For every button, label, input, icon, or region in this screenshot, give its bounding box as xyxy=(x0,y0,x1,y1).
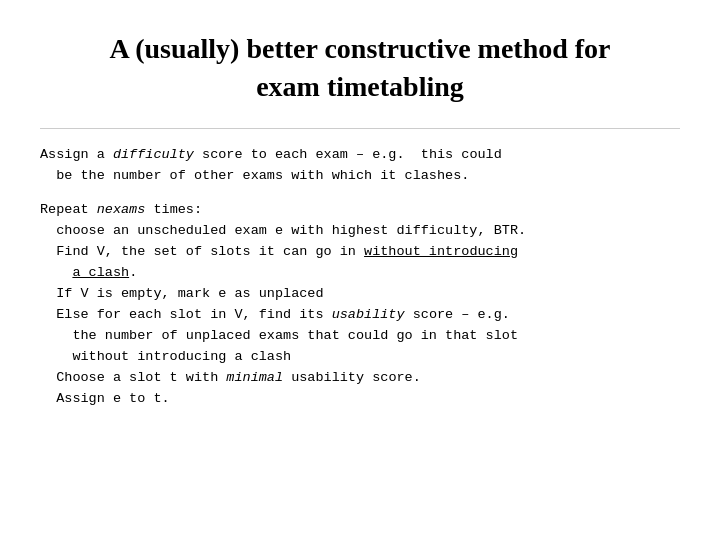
minimal-italic: minimal xyxy=(226,370,283,385)
else-line1: Else for each slot in V, find its usabil… xyxy=(40,305,680,326)
algorithm-block: Repeat nexams times: choose an unschedul… xyxy=(40,200,680,409)
page-title: A (usually) better constructive method f… xyxy=(40,30,680,106)
page: A (usually) better constructive method f… xyxy=(0,0,720,540)
assign-line: Assign e to t. xyxy=(40,389,680,410)
nexams-italic: nexams xyxy=(97,202,146,217)
find-line2: a clash. xyxy=(40,263,680,284)
repeat-line: Repeat nexams times: xyxy=(40,200,680,221)
title-line1: A (usually) better constructive method f… xyxy=(109,33,610,64)
else-line3: without introducing a clash xyxy=(40,347,680,368)
divider xyxy=(40,128,680,129)
usability-italic: usability xyxy=(332,307,405,322)
a-clash-underline: a clash xyxy=(72,265,129,280)
content-area: Assign a difficulty score to each exam –… xyxy=(40,145,680,410)
difficulty-italic: difficulty xyxy=(113,147,194,162)
find-line1: Find V, the set of slots it can go in wi… xyxy=(40,242,680,263)
title-line2: exam timetabling xyxy=(256,71,464,102)
if-line: If V is empty, mark e as unplaced xyxy=(40,284,680,305)
choose-line: choose an unscheduled exam e with highes… xyxy=(40,221,680,242)
without-introducing-underline: without introducing xyxy=(364,244,518,259)
intro-block: Assign a difficulty score to each exam –… xyxy=(40,145,680,187)
choose-slot-line: Choose a slot t with minimal usability s… xyxy=(40,368,680,389)
intro-line2: be the number of other exams with which … xyxy=(40,166,680,187)
intro-line1: Assign a difficulty score to each exam –… xyxy=(40,145,680,166)
else-line2: the number of unplaced exams that could … xyxy=(40,326,680,347)
